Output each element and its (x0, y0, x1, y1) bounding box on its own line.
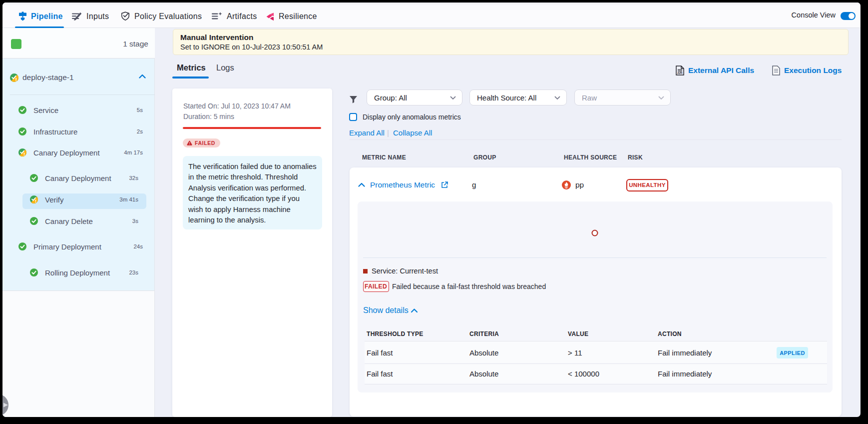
svg-text:API: API (677, 71, 683, 74)
